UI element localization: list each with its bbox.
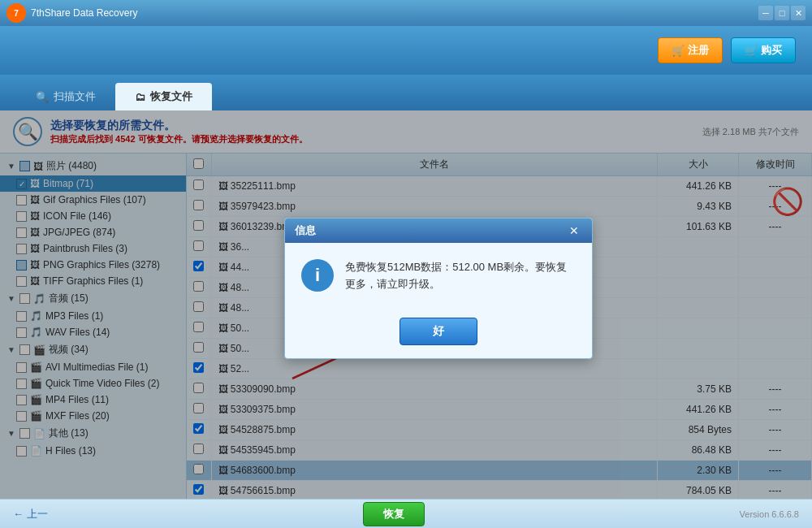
minimize-button[interactable]: ─	[758, 6, 773, 20]
dialog-info-icon: i	[301, 259, 334, 292]
dialog-ok-button[interactable]: 好	[400, 318, 477, 345]
buy-icon: 🛒	[745, 45, 758, 57]
recover-tab-icon: 🗂	[135, 91, 145, 103]
tab-recover[interactable]: 🗂 恢复文件	[115, 83, 212, 110]
title-bar: 7 7thShare Data Recovery ─ □ ✕	[0, 0, 812, 26]
tabs-area: 🔍 扫描文件 🗂 恢复文件	[0, 75, 812, 110]
restore-button[interactable]: 恢复	[363, 502, 425, 526]
dialog-message: 免费恢复512MB数据：512.00 MB剩余。要恢复更多，请立即升级。	[345, 259, 576, 293]
buy-button[interactable]: 🛒 购买	[731, 37, 796, 63]
dialog-title-bar: 信息 ✕	[285, 219, 592, 243]
back-arrow-icon: ←	[13, 508, 24, 520]
app-logo: 7	[6, 3, 26, 23]
dialog-title: 信息	[295, 223, 316, 238]
register-button[interactable]: 🛒 注册	[658, 37, 723, 63]
dialog-footer: 好	[285, 309, 592, 358]
version-text: Version 6.6.6.8	[740, 509, 799, 519]
dialog-close-button[interactable]: ✕	[566, 224, 582, 237]
scan-tab-icon: 🔍	[36, 91, 49, 103]
window-controls: ─ □ ✕	[758, 6, 806, 20]
app-title: 7thShare Data Recovery	[31, 7, 758, 19]
maximize-button[interactable]: □	[775, 6, 789, 20]
dialog-overlay: 信息 ✕ i 免费恢复512MB数据：512.00 MB剩余。要恢复更多，请立即…	[0, 110, 812, 499]
tab-scan[interactable]: 🔍 扫描文件	[16, 83, 115, 110]
close-button[interactable]: ✕	[791, 6, 806, 20]
info-dialog: 信息 ✕ i 免费恢复512MB数据：512.00 MB剩余。要恢复更多，请立即…	[284, 218, 593, 359]
back-button[interactable]: ← 上一	[13, 507, 48, 522]
dialog-body: i 免费恢复512MB数据：512.00 MB剩余。要恢复更多，请立即升级。	[285, 243, 592, 309]
bottom-bar: ← 上一 恢复 Version 6.6.6.8	[0, 499, 812, 528]
register-icon: 🛒	[672, 45, 685, 57]
top-actions-bar: 🛒 注册 🛒 购买	[0, 26, 812, 75]
